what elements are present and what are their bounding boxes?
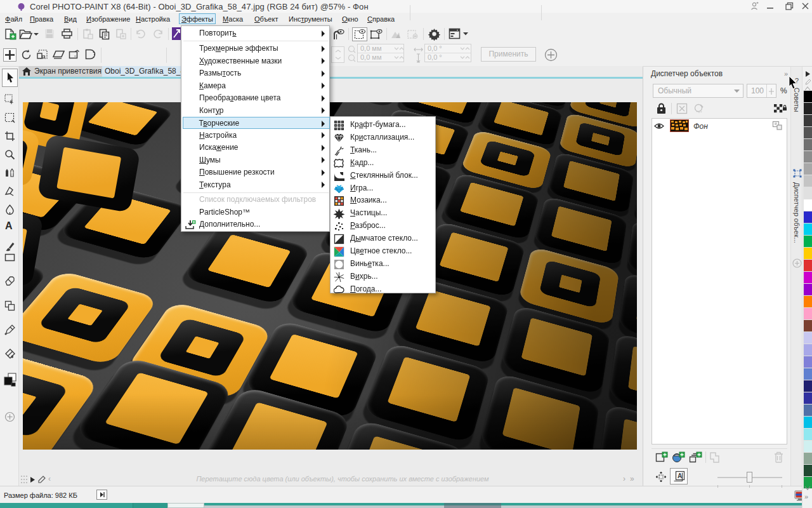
svg-text:A: A — [678, 472, 682, 479]
